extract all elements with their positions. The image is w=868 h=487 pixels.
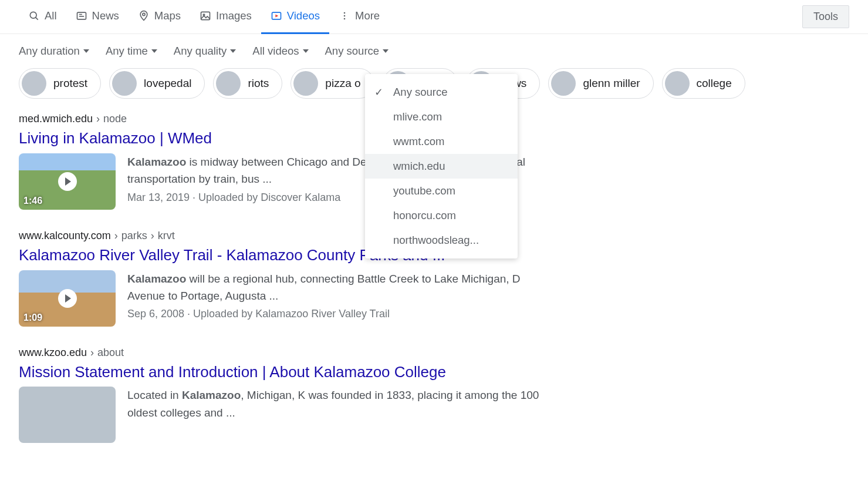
video-thumbnail[interactable]: 1:09 [19,270,116,327]
tab-videos[interactable]: Videos [261,0,329,34]
svg-rect-6 [201,12,210,19]
image-icon [200,10,211,22]
result-body: 1:09Kalamazoo will be a regional hub, co… [19,270,545,327]
result-meta: Sep 6, 2008 · Uploaded by Kalamazoo Rive… [127,308,545,320]
cite-crumb: parks [121,230,147,242]
chip-lovepedal[interactable]: lovepedal [109,68,205,99]
caret-icon [83,49,89,53]
svg-point-11 [344,18,346,20]
chip-college[interactable]: college [662,68,745,99]
filter-videos[interactable]: All videos [252,45,308,58]
dropdown-item-label: honorcu.com [393,209,456,222]
cite-crumb: krvt [158,230,175,242]
dropdown-item[interactable]: Any source [365,80,518,105]
chip-protest[interactable]: protest [19,68,101,99]
dropdown-item[interactable]: mlive.com [365,105,518,129]
cite-host: med.wmich.edu [19,113,93,125]
video-icon [271,10,282,22]
news-icon [76,10,87,22]
filter-time[interactable]: Any time [106,45,157,58]
tab-maps[interactable]: Maps [129,0,190,34]
video-thumbnail[interactable] [19,387,116,443]
cite-sep: › [96,113,100,125]
video-duration: 1:46 [23,196,42,206]
result-title[interactable]: Mission Statement and Introduction | Abo… [19,362,545,382]
chip-pizza-o[interactable]: pizza o [291,68,374,99]
filter-source[interactable]: Any source [325,45,389,58]
caret-icon [383,49,389,53]
tab-news[interactable]: News [66,0,129,34]
svg-line-1 [36,18,38,20]
tab-label: More [355,9,380,22]
search-icon [28,10,40,22]
chip-label: glenn miller [583,77,640,90]
result-desc: Located in Kalamazoo, Michigan, K was fo… [127,387,545,421]
filter-label: Any duration [19,45,80,58]
chip-label: pizza o [325,77,360,90]
chip-thumb [216,71,241,96]
caret-icon [230,49,236,53]
tab-images[interactable]: Images [190,0,261,34]
dropdown-item[interactable]: wmich.edu [365,154,518,179]
chip-label: college [697,77,732,90]
chip-label: lovepedal [144,77,191,90]
video-thumbnail[interactable]: 1:46 [19,153,116,210]
result-text: Kalamazoo will be a regional hub, connec… [127,270,545,327]
chip-thumb [293,71,318,96]
svg-point-10 [344,15,346,17]
tools-button[interactable]: Tools [802,5,849,28]
tab-label: Maps [154,9,181,22]
result-bold: Kalamazoo [182,389,241,401]
result-bold: Kalamazoo [127,156,186,168]
cite-host: www.kalcounty.com [19,230,111,242]
pin-icon [138,10,150,22]
dropdown-item[interactable]: honorcu.com [365,203,518,228]
chip-thumb [551,71,576,96]
svg-point-9 [344,12,346,14]
tab-all[interactable]: All [19,0,66,34]
source-dropdown: Any sourcemlive.comwwmt.comwmich.eduyout… [365,74,518,258]
cite-crumb: node [103,113,127,125]
dropdown-item[interactable]: youtube.com [365,179,518,203]
cite-host: www.kzoo.edu [19,347,87,359]
dropdown-item-label: youtube.com [393,184,455,197]
play-icon [58,172,77,191]
result-cite: www.kzoo.edu › about [19,347,545,359]
dropdown-item[interactable]: northwoodsleag... [365,228,518,253]
cite-sep: › [90,347,94,359]
filter-label: Any time [106,45,148,58]
dropdown-item-label: wmich.edu [393,160,445,173]
chip-thumb [665,71,690,96]
play-icon [58,289,77,308]
tab-label: All [45,9,57,22]
result-text: Located in Kalamazoo, Michigan, K was fo… [127,387,545,443]
dropdown-item-label: Any source [393,86,448,99]
dropdown-item[interactable]: wwmt.com [365,129,518,154]
dropdown-item-label: northwoodsleag... [393,234,479,247]
result-bold: Kalamazoo [127,273,186,285]
tab-label: Images [216,9,252,22]
dropdown-item-label: wwmt.com [393,135,444,148]
svg-point-0 [30,12,36,18]
tab-more[interactable]: More [329,0,389,34]
filters-row: Any duration Any time Any quality All vi… [0,34,868,62]
dots-icon [339,10,350,22]
svg-point-5 [143,13,145,15]
dropdown-item-label: mlive.com [393,110,442,123]
tab-label: News [92,9,119,22]
chip-glenn-miller[interactable]: glenn miller [548,68,653,99]
tabs-row: All News Maps Images Videos More Tools [0,0,868,34]
tabs: All News Maps Images Videos More [19,0,389,34]
filter-quality[interactable]: Any quality [174,45,237,58]
filter-label: All videos [252,45,299,58]
chip-label: riots [248,77,269,90]
cite-sep: › [151,230,154,242]
chip-thumb [22,71,46,96]
video-duration: 1:09 [23,313,42,323]
chip-label: protest [53,77,87,90]
chip-riots[interactable]: riots [213,68,282,99]
result-body: Located in Kalamazoo, Michigan, K was fo… [19,387,545,443]
search-result: www.kzoo.edu › aboutMission Statement an… [19,347,545,444]
tab-label: Videos [287,9,320,22]
filter-duration[interactable]: Any duration [19,45,89,58]
